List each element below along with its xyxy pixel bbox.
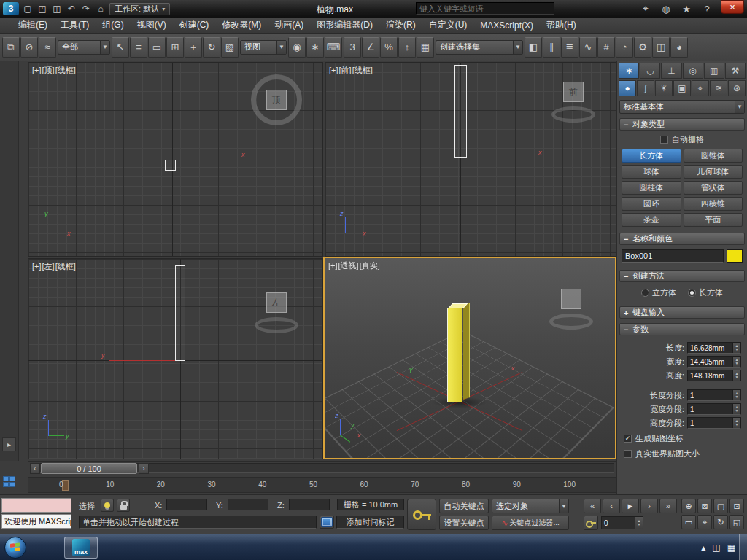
select-object-icon[interactable]: ↖ bbox=[112, 37, 129, 58]
object-name-field[interactable]: Box001 bbox=[622, 249, 724, 262]
primitive-button[interactable]: 管状体 bbox=[684, 181, 743, 195]
rollout-parameters-header[interactable]: − 参数 bbox=[619, 323, 745, 335]
menu-animation[interactable]: 动画(A) bbox=[268, 18, 310, 34]
select-and-manipulate-icon[interactable]: ∗ bbox=[306, 37, 324, 58]
selection-filter-dropdown[interactable]: 全部 ▼ bbox=[58, 40, 110, 55]
curve-editor-icon[interactable]: ∿ bbox=[579, 37, 597, 58]
creation-method-option[interactable]: 立方体 bbox=[641, 287, 676, 298]
next-frame-arrow[interactable]: › bbox=[139, 463, 149, 474]
use-pivot-center-icon[interactable]: ◉ bbox=[288, 37, 306, 58]
menu-maxscript[interactable]: MAXScript(X) bbox=[473, 18, 540, 34]
save-file-icon[interactable]: ◫ bbox=[50, 2, 63, 15]
search-input[interactable] bbox=[416, 2, 554, 15]
layer-manager-icon[interactable]: ≣ bbox=[561, 37, 578, 58]
go-to-start-button[interactable]: « bbox=[584, 499, 601, 513]
select-and-move-icon[interactable]: ＋ bbox=[185, 37, 202, 58]
angle-snap-icon[interactable]: ∠ bbox=[362, 37, 379, 58]
selection-set-scope-dropdown[interactable]: 选定对象 ▼ bbox=[492, 499, 569, 513]
autogrid-checkbox[interactable]: 自动栅格 bbox=[620, 134, 744, 145]
viewcube-face[interactable]: 前 bbox=[563, 82, 584, 102]
param-spinner-field[interactable]: 1 bbox=[687, 403, 741, 415]
maximize-viewport-icon[interactable]: ◱ bbox=[729, 515, 744, 529]
mirror-icon[interactable]: ◧ bbox=[525, 37, 542, 58]
creation-method-option[interactable]: 长方体 bbox=[688, 287, 723, 298]
viewport-pov-menu[interactable]: [前] bbox=[339, 66, 352, 74]
key-filters-button[interactable]: ∿ 关键点过滤器... bbox=[492, 516, 569, 530]
primitive-button[interactable]: 圆锥体 bbox=[684, 149, 743, 163]
previous-frame-button[interactable]: ‹ bbox=[603, 499, 620, 513]
menu-rendering[interactable]: 渲染(R) bbox=[379, 18, 422, 34]
viewcube-ring[interactable] bbox=[255, 317, 298, 333]
play-button[interactable]: ► bbox=[622, 499, 639, 513]
primitive-button[interactable]: 球体 bbox=[622, 165, 681, 179]
viewport-pov-menu[interactable]: [透视] bbox=[338, 261, 359, 270]
current-frame-field[interactable]: 0 bbox=[601, 516, 643, 529]
tab-create[interactable]: ∗ bbox=[619, 63, 639, 79]
viewcube[interactable]: 左 bbox=[253, 291, 300, 333]
primitive-category-dropdown[interactable]: 标准基本体 ▼ bbox=[619, 100, 745, 114]
viewport-shading-menu[interactable]: [真实] bbox=[360, 261, 380, 270]
primitive-button[interactable]: 长方体 bbox=[622, 149, 681, 163]
subtab-cameras[interactable]: ▣ bbox=[673, 80, 691, 96]
spinner-arrows-icon[interactable] bbox=[732, 418, 740, 428]
schematic-view-icon[interactable]: # bbox=[597, 37, 615, 58]
previous-frame-arrow[interactable]: ‹ bbox=[30, 463, 40, 474]
snap-toggle-3-icon[interactable]: 3 bbox=[344, 37, 361, 58]
box-wireframe-top[interactable] bbox=[165, 160, 176, 171]
rendered-frame-icon[interactable]: ◫ bbox=[652, 37, 670, 58]
bind-to-space-warp-icon[interactable]: ≈ bbox=[39, 37, 56, 58]
x-coord-field[interactable] bbox=[166, 499, 207, 510]
param-spinner-field[interactable]: 148.18mm bbox=[687, 370, 741, 381]
set-key-icon[interactable] bbox=[407, 499, 436, 530]
primitive-button[interactable]: 茶壶 bbox=[622, 213, 681, 227]
menu-views[interactable]: 视图(V) bbox=[131, 18, 173, 34]
param-checkbox[interactable]: 真实世界贴图大小 bbox=[624, 448, 740, 459]
add-time-tag[interactable]: 添加时间标记 bbox=[336, 516, 404, 529]
menu-group[interactable]: 组(G) bbox=[96, 18, 130, 34]
redo-icon[interactable]: ↷ bbox=[80, 2, 93, 15]
expand-panel-arrow-icon[interactable]: ▸ bbox=[2, 438, 16, 451]
render-setup-icon[interactable]: ⚙ bbox=[634, 37, 651, 58]
spinner-arrows-icon[interactable] bbox=[732, 370, 740, 381]
tab-motion[interactable]: ◎ bbox=[683, 63, 703, 79]
subtab-space-warps[interactable]: ≋ bbox=[710, 80, 727, 96]
menu-help[interactable]: 帮助(H) bbox=[540, 18, 583, 34]
menu-graph-editors[interactable]: 图形编辑器(D) bbox=[310, 18, 379, 34]
primitive-button[interactable]: 圆柱体 bbox=[622, 181, 681, 195]
viewport-top[interactable]: [+][顶][线框] x x y 顶 bbox=[28, 62, 323, 257]
new-scene-icon[interactable]: ▢ bbox=[21, 2, 34, 15]
viewport-shading-menu[interactable]: [线框] bbox=[352, 66, 373, 74]
spinner-arrows-icon[interactable] bbox=[635, 517, 643, 529]
window-crossing-icon[interactable]: ⊞ bbox=[166, 37, 184, 58]
tab-hierarchy[interactable]: ⊥ bbox=[661, 63, 681, 79]
menu-create[interactable]: 创建(C) bbox=[173, 18, 216, 34]
param-spinner-field[interactable]: 1 bbox=[687, 417, 741, 429]
tab-modify[interactable]: ◡ bbox=[640, 63, 660, 79]
spinner-arrows-icon[interactable] bbox=[732, 404, 740, 414]
primitive-button[interactable]: 四棱锥 bbox=[684, 197, 743, 211]
rectangular-selection-icon[interactable]: ▭ bbox=[148, 37, 166, 58]
viewport-perspective[interactable]: [+][透视][真实] x y z x y bbox=[323, 257, 616, 459]
render-production-icon[interactable]: ◕ bbox=[670, 37, 688, 58]
param-spinner-field[interactable]: 16.628mm bbox=[687, 342, 741, 354]
selection-lock-icon[interactable] bbox=[117, 499, 130, 512]
y-coord-field[interactable] bbox=[228, 499, 268, 510]
object-color-swatch[interactable] bbox=[727, 249, 743, 262]
start-button[interactable] bbox=[4, 537, 26, 559]
tray-network-icon[interactable]: ▦ bbox=[727, 542, 735, 553]
subtab-lights[interactable]: ☀ bbox=[655, 80, 673, 96]
track-bar[interactable]: 0102030405060708090100 bbox=[28, 477, 616, 493]
viewport-layout-tabs-icon[interactable] bbox=[3, 476, 16, 488]
named-selection-set-dropdown[interactable]: 创建选择集 ▼ bbox=[436, 40, 523, 55]
viewport-general-menu[interactable]: [+] bbox=[32, 66, 42, 74]
prompt-panel-icon[interactable] bbox=[320, 516, 334, 529]
param-spinner-field[interactable]: 1 bbox=[687, 389, 741, 401]
zoom-icon[interactable]: ⊕ bbox=[681, 499, 696, 513]
set-key-mode-button[interactable]: 设置关键点 bbox=[439, 516, 489, 530]
maxscript-mini-listener[interactable] bbox=[1, 498, 71, 513]
go-to-end-button[interactable]: » bbox=[659, 499, 677, 513]
viewport-general-menu[interactable]: [+] bbox=[329, 66, 338, 74]
select-and-link-icon[interactable]: ⧉ bbox=[2, 37, 20, 58]
viewport-front[interactable]: [+][前][线框] x x z 前 bbox=[325, 62, 616, 257]
viewcube-ring[interactable] bbox=[549, 314, 593, 330]
